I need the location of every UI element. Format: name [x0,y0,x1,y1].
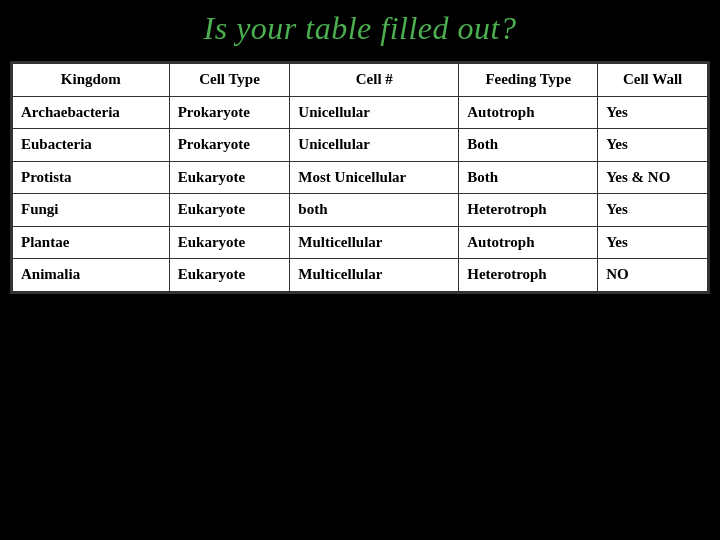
cell-feeding_type: Both [459,161,598,194]
table-row: PlantaeEukaryoteMulticellularAutotrophYe… [13,226,708,259]
cell-cell_wall: Yes [598,96,708,129]
cell-cell_wall: Yes [598,194,708,227]
table-row: EubacteriaProkaryoteUnicellularBothYes [13,129,708,162]
cell-cell_num: Unicellular [290,129,459,162]
col-header-kingdom: Kingdom [13,64,170,97]
cell-cell_num: Multicellular [290,259,459,292]
table-row: ArchaebacteriaProkaryoteUnicellularAutot… [13,96,708,129]
col-header-cell-num: Cell # [290,64,459,97]
cell-kingdom: Eubacteria [13,129,170,162]
cell-cell_type: Eukaryote [169,161,290,194]
col-header-feeding-type: Feeding Type [459,64,598,97]
cell-kingdom: Plantae [13,226,170,259]
cell-kingdom: Fungi [13,194,170,227]
cell-kingdom: Protista [13,161,170,194]
cell-cell_type: Eukaryote [169,226,290,259]
cell-kingdom: Animalia [13,259,170,292]
cell-cell_num: Most Unicellular [290,161,459,194]
cell-cell_num: Unicellular [290,96,459,129]
table-header-row: Kingdom Cell Type Cell # Feeding Type Ce… [13,64,708,97]
cell-cell_type: Eukaryote [169,259,290,292]
cell-feeding_type: Heterotroph [459,259,598,292]
cell-kingdom: Archaebacteria [13,96,170,129]
col-header-cell-type: Cell Type [169,64,290,97]
table-row: AnimaliaEukaryoteMulticellularHeterotrop… [13,259,708,292]
cell-cell_wall: Yes [598,226,708,259]
page-header: Is your table filled out? [0,0,720,55]
cell-feeding_type: Autotroph [459,96,598,129]
cell-cell_wall: NO [598,259,708,292]
cell-cell_type: Prokaryote [169,129,290,162]
cell-cell_type: Prokaryote [169,96,290,129]
cell-cell_type: Eukaryote [169,194,290,227]
cell-feeding_type: Both [459,129,598,162]
cell-cell_wall: Yes & NO [598,161,708,194]
cell-feeding_type: Autotroph [459,226,598,259]
col-header-cell-wall: Cell Wall [598,64,708,97]
cell-feeding_type: Heterotroph [459,194,598,227]
cell-cell_num: Multicellular [290,226,459,259]
table-row: FungiEukaryotebothHeterotrophYes [13,194,708,227]
table-container: Kingdom Cell Type Cell # Feeding Type Ce… [10,61,710,294]
cell-cell_num: both [290,194,459,227]
cell-cell_wall: Yes [598,129,708,162]
page-title: Is your table filled out? [0,10,720,47]
kingdom-table: Kingdom Cell Type Cell # Feeding Type Ce… [12,63,708,292]
table-row: ProtistaEukaryoteMost UnicellularBothYes… [13,161,708,194]
